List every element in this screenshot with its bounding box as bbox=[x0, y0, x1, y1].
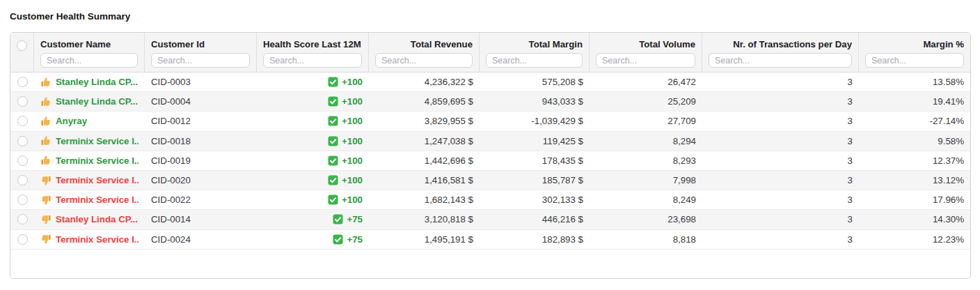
cell-total-revenue: 1,682,143 $ bbox=[369, 190, 480, 209]
cell-customer-name: Terminix Service I... bbox=[34, 230, 145, 249]
cell-transactions-per-day: 3 bbox=[702, 210, 859, 229]
cell-margin-pct: 14.30% bbox=[859, 210, 970, 229]
health-score-text: +75 bbox=[347, 214, 363, 224]
row-select-radio[interactable] bbox=[17, 77, 28, 87]
customer-name-text: Stanley Linda CP... bbox=[56, 214, 138, 224]
table-row[interactable]: Terminix Service I...CID-0020+1001,416,5… bbox=[10, 171, 970, 190]
column-header-select bbox=[10, 33, 34, 72]
table-row[interactable]: Stanley Linda CP...CID-0014+753,120,818 … bbox=[10, 210, 970, 229]
cell-total-revenue: 3,829,955 $ bbox=[369, 112, 480, 130]
column-label-total_margin[interactable]: Total Margin bbox=[486, 38, 583, 51]
cell-customer-name: Stanley Linda CP... bbox=[34, 210, 145, 229]
column-label-customer_name[interactable]: Customer Name bbox=[40, 38, 138, 51]
search-input-customer_name[interactable] bbox=[40, 53, 138, 68]
thumbs-up-icon bbox=[40, 77, 52, 88]
cell-total-revenue: 4,236,322 $ bbox=[369, 72, 480, 91]
customer-name-text: Terminix Service I... bbox=[56, 194, 139, 205]
row-select-radio[interactable] bbox=[17, 234, 28, 245]
cell-health-score: +100 bbox=[257, 171, 369, 190]
cell-total-volume: 8,249 bbox=[590, 190, 702, 209]
column-label-total_volume[interactable]: Total Volume bbox=[596, 38, 695, 51]
cell-customer-name: Stanley Linda CP... bbox=[34, 92, 145, 111]
customer-name-text: Stanley Linda CP... bbox=[56, 77, 138, 87]
cell-customer-name: Stanley Linda CP... bbox=[34, 72, 145, 91]
table-row[interactable]: Terminix Service I...CID-0024+751,495,19… bbox=[10, 230, 970, 250]
cell-total-margin: 446,216 $ bbox=[480, 210, 590, 229]
health-score-text: +100 bbox=[342, 77, 363, 87]
cell-margin-pct: 13.58% bbox=[859, 72, 970, 91]
table-body: Stanley Linda CP...CID-0003+1004,236,322… bbox=[10, 72, 970, 278]
row-select-radio[interactable] bbox=[17, 155, 28, 166]
customer-name-text: Terminix Service I... bbox=[56, 175, 139, 185]
table-row[interactable]: AnyrayCID-0012+1003,829,955 $-1,039,429 … bbox=[10, 112, 970, 131]
row-select-radio[interactable] bbox=[17, 96, 28, 107]
cell-total-revenue: 1,416,581 $ bbox=[369, 171, 480, 190]
cell-select bbox=[10, 72, 34, 91]
cell-total-volume: 25,209 bbox=[590, 92, 702, 111]
check-badge-icon bbox=[328, 194, 338, 205]
thumbs-down-icon bbox=[40, 214, 52, 225]
column-label-health_score[interactable]: Health Score Last 12M bbox=[263, 38, 362, 51]
cell-total-revenue: 3,120,818 $ bbox=[369, 210, 480, 229]
thumbs-up-icon bbox=[40, 96, 52, 107]
row-select-radio[interactable] bbox=[17, 214, 28, 224]
table-row[interactable]: Stanley Linda CP...CID-0003+1004,236,322… bbox=[10, 72, 970, 92]
cell-transactions-per-day: 3 bbox=[702, 230, 859, 249]
cell-health-score: +100 bbox=[257, 72, 369, 91]
cell-select bbox=[10, 112, 34, 130]
column-header-total_volume: Total Volume bbox=[590, 33, 702, 72]
cell-total-margin: -1,039,429 $ bbox=[480, 112, 590, 130]
cell-health-score: +75 bbox=[257, 230, 369, 249]
cell-transactions-per-day: 3 bbox=[702, 112, 859, 130]
column-header-customer_name: Customer Name bbox=[34, 33, 145, 72]
search-input-total_volume[interactable] bbox=[596, 53, 695, 68]
cell-total-margin: 119,425 $ bbox=[480, 132, 590, 151]
thumbs-down-icon bbox=[40, 175, 52, 186]
customer-name-text: Terminix Service I... bbox=[56, 155, 139, 166]
cell-select bbox=[10, 210, 34, 229]
cell-health-score: +100 bbox=[257, 112, 369, 130]
column-label-transactions_per_day[interactable]: Nr. of Transactions per Day bbox=[709, 38, 852, 51]
select-all-radio[interactable] bbox=[17, 40, 27, 51]
column-label-total_revenue[interactable]: Total Revenue bbox=[375, 38, 473, 51]
cell-health-score: +100 bbox=[257, 190, 369, 209]
table-row[interactable]: Terminix Service I...CID-0019+1001,442,6… bbox=[10, 151, 970, 171]
row-select-radio[interactable] bbox=[17, 116, 28, 126]
cell-customer-id: CID-0012 bbox=[145, 112, 257, 130]
cell-customer-id: CID-0003 bbox=[145, 72, 257, 91]
cell-total-margin: 178,435 $ bbox=[480, 151, 590, 170]
cell-total-revenue: 1,442,696 $ bbox=[369, 151, 480, 170]
table-row[interactable]: Terminix Service I...CID-0018+1001,247,0… bbox=[10, 132, 970, 151]
cell-transactions-per-day: 3 bbox=[702, 171, 859, 190]
search-input-total_margin[interactable] bbox=[486, 53, 583, 68]
check-badge-icon bbox=[328, 155, 338, 166]
search-input-margin_pct[interactable] bbox=[865, 53, 964, 68]
search-input-customer_id[interactable] bbox=[151, 53, 250, 68]
column-label-margin_pct[interactable]: Margin % bbox=[865, 38, 964, 51]
check-badge-icon bbox=[328, 175, 338, 185]
cell-customer-name: Terminix Service I... bbox=[34, 190, 145, 209]
cell-margin-pct: 17.96% bbox=[859, 190, 970, 209]
row-select-radio[interactable] bbox=[17, 175, 28, 185]
column-header-customer_id: Customer Id bbox=[145, 33, 257, 72]
table-row[interactable]: Terminix Service I...CID-0022+1001,682,1… bbox=[10, 190, 970, 210]
cell-customer-id: CID-0020 bbox=[145, 171, 257, 190]
thumbs-up-icon bbox=[40, 135, 52, 146]
cell-total-volume: 26,472 bbox=[590, 72, 702, 91]
customer-name-text: Anyray bbox=[56, 116, 87, 126]
cell-total-margin: 185,787 $ bbox=[480, 171, 590, 190]
column-header-health_score: Health Score Last 12M bbox=[257, 33, 369, 72]
check-badge-icon bbox=[328, 96, 338, 107]
search-input-total_revenue[interactable] bbox=[375, 53, 473, 68]
check-badge-icon bbox=[333, 234, 343, 245]
cell-total-volume: 8,294 bbox=[590, 132, 702, 151]
search-input-health_score[interactable] bbox=[263, 53, 362, 68]
search-input-transactions_per_day[interactable] bbox=[709, 53, 852, 68]
row-select-radio[interactable] bbox=[17, 194, 28, 205]
cell-total-volume: 27,709 bbox=[590, 112, 702, 130]
cell-total-revenue: 1,495,191 $ bbox=[369, 230, 480, 249]
check-badge-icon bbox=[328, 77, 338, 87]
row-select-radio[interactable] bbox=[17, 136, 28, 146]
table-row[interactable]: Stanley Linda CP...CID-0004+1004,859,695… bbox=[10, 92, 970, 112]
column-label-customer_id[interactable]: Customer Id bbox=[151, 38, 250, 51]
